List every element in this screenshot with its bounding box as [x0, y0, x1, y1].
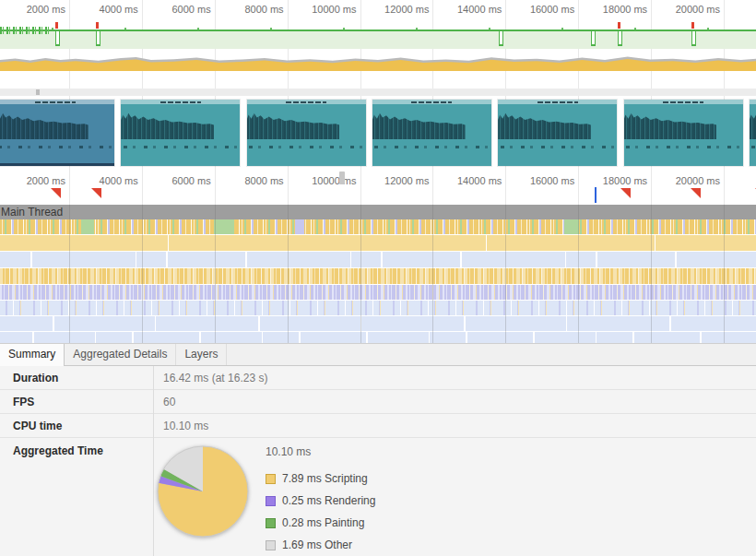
ruler2-tick-label: 6000 ms — [171, 175, 214, 186]
flame-row-depth-2[interactable] — [0, 252, 756, 267]
legend-label-3: 1.69 ms Other — [282, 538, 352, 551]
overview-tick-label: 12000 ms — [384, 4, 432, 15]
thumbnail-browser-chrome — [121, 100, 240, 104]
thumbnail-text-content — [0, 146, 112, 148]
network-request-mark — [36, 89, 40, 95]
duration-value: 16.42 ms (at 16.23 s) — [153, 372, 267, 384]
summary-row-fps: FPS 60 — [0, 390, 756, 414]
fps-overview-chart[interactable] — [0, 30, 756, 49]
duration-label: Duration — [0, 372, 153, 384]
tab-summary[interactable]: Summary — [0, 344, 65, 366]
gridline — [578, 171, 579, 205]
flamechart-time-ruler[interactable]: 2000 ms4000 ms6000 ms8000 ms10000 ms1200… — [0, 171, 756, 205]
details-pane: SummaryAggregated DetailsLayers Duration… — [0, 343, 756, 556]
ruler2-tick-label: 10000 ms — [312, 175, 360, 186]
gridline — [288, 171, 289, 205]
gridline — [432, 171, 433, 205]
gridline — [432, 205, 433, 343]
thumbnail-text-content — [124, 146, 238, 148]
gridline — [215, 171, 216, 205]
pie-legend-items: 7.89 ms Scripting0.25 ms Rendering0.28 m… — [266, 467, 375, 556]
thumbnail-histogram-content — [0, 112, 89, 139]
flame-row-depth-4[interactable] — [0, 285, 756, 300]
fps-startup-noise — [0, 27, 52, 34]
legend-swatch-3 — [266, 540, 276, 550]
network-overview-band[interactable] — [0, 89, 756, 96]
thumbnail-histogram-content — [121, 112, 214, 139]
fps-dip — [55, 31, 60, 46]
legend-swatch-2 — [266, 518, 276, 528]
cpu-time-value: 10.10 ms — [153, 420, 208, 432]
fps-dip — [96, 31, 100, 46]
cpu-scripting-area — [0, 55, 756, 72]
gridline — [360, 171, 361, 205]
gridline — [724, 205, 725, 343]
fps-dip — [691, 31, 696, 46]
devtools-timeline-panel: { "timeline": { "ticks": ["2000 ms","400… — [0, 0, 756, 556]
fps-dip — [591, 31, 596, 46]
tab-aggregated-details[interactable]: Aggregated Details — [65, 344, 176, 365]
filmstrip-thumbnail[interactable] — [121, 100, 240, 166]
cpu-overview-chart[interactable] — [0, 53, 756, 71]
fps-micro-ticks — [52, 28, 756, 31]
main-thread-track[interactable]: Main Thread — [0, 205, 756, 343]
thumbnail-text-content — [626, 146, 740, 148]
overview-tick-label: 18000 ms — [603, 4, 651, 15]
legend-label-1: 0.25 ms Rendering — [282, 494, 375, 507]
overview-tick-label: 20000 ms — [676, 4, 724, 15]
filmstrip-thumbnail[interactable] — [0, 100, 114, 166]
long-frame-flag[interactable] — [620, 188, 631, 198]
screenshot-hover-marker — [339, 172, 345, 184]
summary-row-cpu-time: CPU time 10.10 ms — [0, 414, 756, 438]
thumbnail-text-content — [374, 146, 489, 148]
pie-total: 10.10 ms — [266, 445, 375, 458]
legend-label-0: 7.89 ms Scripting — [282, 472, 368, 485]
gridline — [505, 205, 506, 343]
gridline — [288, 205, 289, 343]
fps-dip — [499, 31, 503, 46]
ruler2-tick-label: 16000 ms — [530, 175, 578, 186]
thumbnail-browser-chrome — [624, 100, 743, 104]
thumbnail-histogram-content — [372, 112, 466, 139]
legend-item-3: 1.69 ms Other — [266, 534, 375, 556]
filmstrip-thumbnail[interactable] — [624, 100, 743, 166]
thumbnail-browser-chrome — [750, 100, 756, 104]
tab-layers[interactable]: Layers — [176, 344, 227, 365]
flame-row-depth-5[interactable] — [0, 301, 756, 315]
legend-item-1: 0.25 ms Rendering — [266, 490, 375, 512]
overview-tick-label: 16000 ms — [530, 4, 578, 15]
gridline — [724, 171, 725, 205]
flame-row-activity[interactable] — [0, 219, 756, 234]
flame-row-depth-7[interactable] — [0, 332, 756, 343]
overview-tick-label: 2000 ms — [27, 4, 69, 15]
overview-tick-label: 10000 ms — [312, 4, 360, 15]
long-frame-flag[interactable] — [691, 188, 701, 198]
long-frame-flag[interactable] — [91, 188, 101, 198]
ruler2-tick-label: 8000 ms — [244, 175, 287, 186]
filmstrip — [0, 100, 756, 166]
long-frame-flag[interactable] — [51, 188, 61, 198]
legend-item-0: 7.89 ms Scripting — [266, 467, 375, 490]
thumbnail-text-content — [501, 146, 615, 148]
main-thread-header[interactable]: Main Thread — [0, 205, 756, 219]
flame-row-depth-6[interactable] — [0, 316, 756, 331]
cpu-time-label: CPU time — [0, 420, 153, 432]
filmstrip-thumbnail[interactable] — [750, 100, 756, 166]
flame-row-depth-3[interactable] — [0, 268, 756, 284]
filmstrip-thumbnail[interactable] — [498, 100, 617, 166]
summary-row-duration: Duration 16.42 ms (at 16.23 s) — [0, 366, 756, 390]
legend-swatch-1 — [266, 496, 276, 506]
legend-swatch-0 — [266, 474, 276, 484]
thumbnail-histogram-content — [498, 112, 591, 139]
filmstrip-thumbnail[interactable] — [372, 100, 491, 166]
ruler2-tick-label: 18000 ms — [603, 175, 651, 186]
filmstrip-thumbnail[interactable] — [247, 100, 366, 166]
timeline-overview[interactable]: 2000 ms4000 ms6000 ms8000 ms10000 ms1200… — [0, 0, 756, 171]
thumbnail-browser-chrome — [0, 100, 114, 104]
pie-legend: 10.10 ms 7.89 ms Scripting0.25 ms Render… — [266, 445, 375, 556]
flame-row-task[interactable] — [0, 235, 756, 251]
fps-label: FPS — [0, 396, 153, 408]
thumbnail-histogram-content — [247, 112, 340, 139]
gridline — [142, 205, 143, 343]
gridline — [505, 171, 506, 205]
